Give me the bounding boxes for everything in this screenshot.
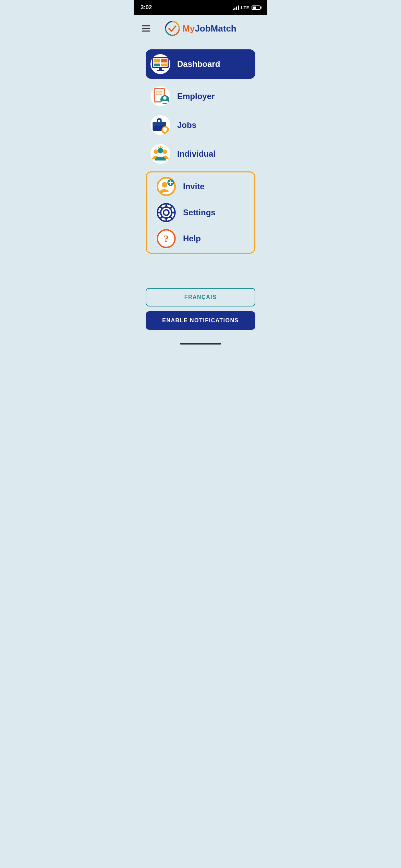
employer-icon (150, 86, 170, 106)
svg-line-40 (170, 216, 172, 218)
svg-rect-4 (154, 59, 160, 62)
jobs-label: Jobs (177, 120, 196, 130)
invite-label: Invite (183, 182, 205, 191)
nav-jobs[interactable]: Jobs (146, 114, 255, 136)
nav-settings[interactable]: Settings (151, 201, 247, 224)
header: MyJobMatch (134, 15, 267, 39)
nav-help[interactable]: ? Help (151, 227, 247, 250)
dashboard-icon-circle (150, 54, 170, 74)
hamburger-menu[interactable] (141, 24, 151, 33)
individual-icon-circle (150, 144, 170, 164)
nav-dashboard[interactable]: Dashboard (146, 49, 255, 79)
svg-line-25 (162, 147, 162, 148)
status-right: LTE (233, 5, 260, 10)
status-time: 3:02 (141, 4, 152, 11)
dashboard-icon (150, 54, 170, 74)
individual-label: Individual (177, 149, 216, 159)
svg-line-26 (158, 147, 159, 148)
svg-line-20 (167, 131, 169, 133)
svg-rect-8 (159, 68, 162, 70)
lte-label: LTE (241, 5, 250, 10)
nav-invite[interactable]: Invite (151, 175, 247, 198)
logo-my: My (182, 23, 195, 34)
svg-rect-5 (161, 59, 167, 62)
outlined-menu-group: Invite (146, 171, 255, 254)
svg-rect-12 (156, 92, 162, 93)
svg-rect-17 (153, 122, 166, 125)
svg-point-21 (154, 149, 158, 154)
jobs-icon-circle (150, 115, 170, 135)
status-bar: 3:02 LTE (134, 0, 267, 15)
svg-line-41 (170, 207, 172, 209)
svg-rect-7 (161, 63, 167, 66)
help-icon-circle: ? (156, 229, 176, 249)
logo-text: MyJobMatch (182, 23, 236, 34)
home-bar (180, 343, 221, 345)
nav-employer[interactable]: Employer (146, 85, 255, 108)
svg-point-28 (162, 182, 167, 188)
logo-match: Match (211, 23, 236, 34)
battery-icon (252, 5, 260, 10)
svg-line-42 (161, 216, 162, 218)
nav-individual[interactable]: Individual (146, 143, 255, 165)
svg-rect-13 (156, 94, 162, 95)
svg-point-34 (163, 210, 169, 215)
employer-icon-circle (150, 86, 170, 106)
francais-button[interactable]: FRANÇAIS (146, 288, 255, 306)
logo: MyJobMatch (165, 21, 236, 36)
individual-icon (150, 144, 170, 164)
home-indicator (134, 340, 267, 350)
bottom-section: FRANÇAIS ENABLE NOTIFICATIONS (134, 281, 267, 340)
logo-icon (165, 21, 180, 36)
svg-rect-6 (154, 63, 160, 66)
dashboard-label: Dashboard (177, 59, 220, 69)
help-label: Help (183, 234, 201, 243)
settings-label: Settings (183, 208, 216, 217)
help-icon: ? (156, 229, 176, 249)
signal-icon (233, 5, 239, 10)
enable-notifications-button[interactable]: ENABLE NOTIFICATIONS (146, 311, 255, 330)
svg-text:?: ? (164, 233, 169, 244)
settings-icon-circle (156, 203, 176, 222)
invite-icon (156, 177, 176, 196)
svg-line-39 (161, 207, 162, 209)
jobs-icon (150, 115, 170, 135)
invite-icon-circle (156, 177, 176, 196)
svg-point-23 (158, 148, 163, 153)
employer-label: Employer (177, 92, 215, 101)
logo-job: Job (195, 23, 210, 34)
svg-rect-9 (157, 70, 165, 71)
svg-point-15 (163, 96, 167, 100)
svg-point-22 (162, 149, 167, 154)
settings-icon (156, 203, 176, 222)
main-content: Dashboard Employer (134, 39, 267, 261)
